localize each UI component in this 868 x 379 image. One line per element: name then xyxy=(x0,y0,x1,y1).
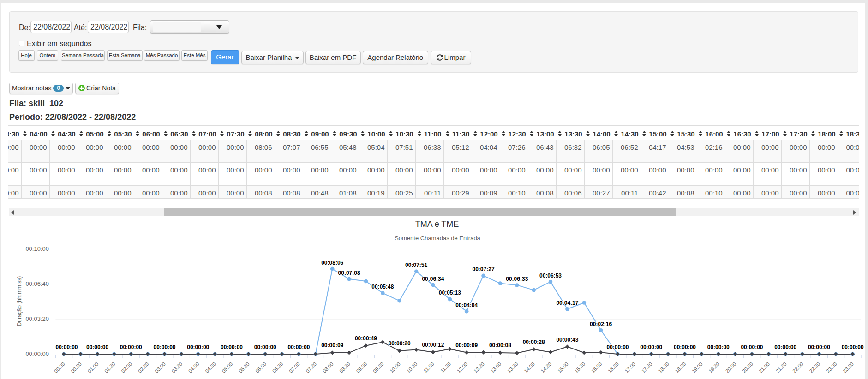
svg-text:13:00: 13:00 xyxy=(489,361,502,374)
svg-text:00:10:00: 00:10:00 xyxy=(25,245,49,252)
svg-text:18:30: 18:30 xyxy=(674,361,687,374)
svg-text:22:30: 22:30 xyxy=(808,361,821,374)
svg-text:00:00:00: 00:00:00 xyxy=(120,344,142,350)
svg-text:17:30: 17:30 xyxy=(641,361,653,374)
svg-text:00:06:53: 00:06:53 xyxy=(539,272,562,279)
svg-text:19:30: 19:30 xyxy=(707,361,720,374)
svg-text:00:08:06: 00:08:06 xyxy=(321,260,343,266)
svg-text:00:00:12: 00:00:12 xyxy=(422,342,444,348)
svg-text:10:00: 10:00 xyxy=(389,361,401,374)
svg-text:15:00: 15:00 xyxy=(557,361,569,374)
svg-text:00:05:48: 00:05:48 xyxy=(371,284,394,290)
svg-text:00:03:20: 00:03:20 xyxy=(25,315,49,322)
svg-text:09:30: 09:30 xyxy=(372,361,385,374)
svg-text:09:00: 09:00 xyxy=(355,361,368,374)
svg-text:00:00:00: 00:00:00 xyxy=(25,350,49,357)
svg-text:11:00: 11:00 xyxy=(422,361,435,373)
svg-text:00:00:00: 00:00:00 xyxy=(842,344,864,350)
svg-text:00:00:09: 00:00:09 xyxy=(455,342,478,349)
svg-text:00:00:20: 00:00:20 xyxy=(389,340,411,347)
svg-text:15:30: 15:30 xyxy=(573,361,586,374)
svg-text:Duração (hh:mm:ss): Duração (hh:mm:ss) xyxy=(16,276,23,326)
svg-text:00:00:00: 00:00:00 xyxy=(606,344,629,350)
svg-text:21:30: 21:30 xyxy=(775,361,788,374)
svg-text:05:30: 05:30 xyxy=(238,361,251,374)
svg-text:19:00: 19:00 xyxy=(691,361,704,374)
svg-text:00:00:00: 00:00:00 xyxy=(86,344,108,350)
svg-text:17:00: 17:00 xyxy=(623,361,636,374)
svg-text:00:00:28: 00:00:28 xyxy=(523,339,545,345)
svg-text:00:06:40: 00:06:40 xyxy=(25,280,49,287)
svg-text:00:06:34: 00:06:34 xyxy=(422,276,444,282)
svg-text:22:00: 22:00 xyxy=(791,361,804,374)
svg-text:00:00:00: 00:00:00 xyxy=(707,344,730,350)
svg-text:00:00:00: 00:00:00 xyxy=(55,344,78,350)
svg-text:03:00: 03:00 xyxy=(154,361,167,374)
svg-text:04:30: 04:30 xyxy=(204,361,217,374)
svg-text:02:30: 02:30 xyxy=(137,361,150,374)
svg-text:03:30: 03:30 xyxy=(170,361,183,374)
svg-text:23:00: 23:00 xyxy=(825,361,838,374)
svg-text:00:05:13: 00:05:13 xyxy=(439,290,461,296)
svg-text:07:00: 07:00 xyxy=(288,361,301,374)
svg-text:05:00: 05:00 xyxy=(221,361,233,374)
svg-text:13:30: 13:30 xyxy=(506,361,519,374)
svg-text:00:00:00: 00:00:00 xyxy=(221,344,243,350)
svg-text:00:00:09: 00:00:09 xyxy=(321,342,343,349)
svg-text:00:00:00: 00:00:00 xyxy=(640,344,662,350)
svg-text:16:00: 16:00 xyxy=(590,361,603,374)
svg-text:00:00:00: 00:00:00 xyxy=(254,344,276,350)
svg-text:00:00:00: 00:00:00 xyxy=(674,344,696,350)
svg-text:23:30: 23:30 xyxy=(842,361,855,374)
svg-text:00:00:00: 00:00:00 xyxy=(187,344,209,350)
svg-text:00:07:27: 00:07:27 xyxy=(473,266,495,272)
svg-text:00:00:00: 00:00:00 xyxy=(741,344,763,350)
svg-text:00:02:16: 00:02:16 xyxy=(590,321,612,327)
svg-text:00:06:33: 00:06:33 xyxy=(506,276,528,282)
svg-text:21:00: 21:00 xyxy=(758,361,771,374)
svg-text:07:30: 07:30 xyxy=(305,361,317,374)
svg-text:00:00:00: 00:00:00 xyxy=(774,344,796,350)
svg-text:18:00: 18:00 xyxy=(657,361,670,374)
svg-text:00:00:00: 00:00:00 xyxy=(153,344,175,350)
svg-text:08:30: 08:30 xyxy=(338,361,351,374)
svg-text:12:30: 12:30 xyxy=(473,361,485,374)
svg-text:00:00:43: 00:00:43 xyxy=(556,337,578,343)
svg-text:02:00: 02:00 xyxy=(120,361,133,374)
svg-text:00:00:00: 00:00:00 xyxy=(808,344,830,350)
svg-text:16:30: 16:30 xyxy=(607,361,620,374)
svg-text:Somente Chamadas de Entrada: Somente Chamadas de Entrada xyxy=(395,235,480,242)
svg-text:00:07:51: 00:07:51 xyxy=(405,262,427,268)
svg-text:06:30: 06:30 xyxy=(271,361,284,374)
svg-text:00:00:49: 00:00:49 xyxy=(355,335,377,342)
svg-text:00:04:17: 00:04:17 xyxy=(556,300,578,306)
svg-text:04:00: 04:00 xyxy=(187,361,200,374)
svg-text:00:00:08: 00:00:08 xyxy=(489,342,511,349)
svg-text:TMA e TME: TMA e TME xyxy=(415,219,459,229)
svg-text:10:30: 10:30 xyxy=(406,361,419,374)
svg-text:00:07:08: 00:07:08 xyxy=(338,270,360,276)
svg-text:00:00:00: 00:00:00 xyxy=(287,344,310,350)
svg-text:01:00: 01:00 xyxy=(87,361,100,374)
svg-text:14:30: 14:30 xyxy=(539,361,552,374)
svg-text:00:30: 00:30 xyxy=(70,361,83,374)
svg-text:00:04:04: 00:04:04 xyxy=(455,302,478,308)
svg-text:12:00: 12:00 xyxy=(456,361,469,374)
svg-text:20:00: 20:00 xyxy=(724,361,737,374)
svg-text:06:00: 06:00 xyxy=(254,361,267,374)
svg-text:01:30: 01:30 xyxy=(103,361,116,374)
svg-text:08:00: 08:00 xyxy=(322,361,335,374)
svg-text:20:30: 20:30 xyxy=(741,361,754,374)
svg-text:00:00: 00:00 xyxy=(53,361,66,374)
svg-text:14:00: 14:00 xyxy=(523,361,536,374)
svg-text:11:30: 11:30 xyxy=(439,361,452,373)
